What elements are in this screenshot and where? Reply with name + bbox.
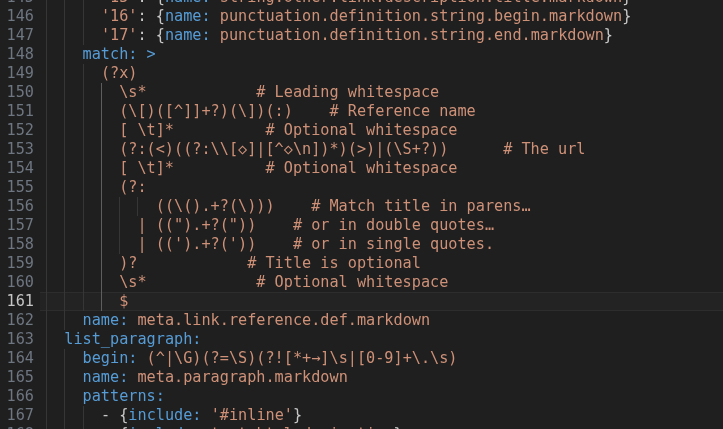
indent-guide <box>83 7 84 26</box>
indent-guide <box>46 102 47 121</box>
indent-guide <box>46 311 47 330</box>
line-number[interactable]: 148 <box>0 45 34 64</box>
token-key: : <box>202 26 211 44</box>
indent-guide <box>83 216 84 235</box>
code-line-content[interactable]: - {include: '#inline'} <box>46 406 723 425</box>
code-line: 149 (?x) <box>0 64 723 83</box>
line-number[interactable]: 151 <box>0 102 34 121</box>
token-key: : <box>119 368 128 386</box>
code-line-content[interactable]: [ \t]* # Optional whitespace <box>46 121 723 140</box>
code-line: 159 )? # Title is optional <box>0 254 723 273</box>
code-line-content[interactable]: $ <box>46 292 723 311</box>
code-line: 151 (\[)([^]]+?)(\])(:) # Reference name <box>0 102 723 121</box>
token-key: : <box>192 406 201 424</box>
indent-guide <box>83 254 84 273</box>
code-line-current: 161 $ <box>0 292 723 311</box>
line-number[interactable]: 153 <box>0 140 34 159</box>
line-number[interactable]: 159 <box>0 254 34 273</box>
indent-guide <box>46 121 47 140</box>
token-key: begin <box>83 349 129 367</box>
line-number[interactable]: 167 <box>0 406 34 425</box>
code-line-content[interactable]: '16': {name: punctuation.definition.stri… <box>46 7 723 26</box>
indent-guide <box>46 159 47 178</box>
indent-guide <box>64 406 65 425</box>
line-number[interactable]: 149 <box>0 64 34 83</box>
code-line: 150 \s* # Leading whitespace <box>0 83 723 102</box>
token-key: patterns <box>83 387 156 405</box>
indent-guide <box>64 102 65 121</box>
line-number[interactable]: 168 <box>0 425 34 429</box>
code-line-content[interactable]: - {include: text.html.derivative} <box>46 425 723 429</box>
code-line-content[interactable]: (?: <box>46 178 723 197</box>
code-line-content[interactable]: '15': {name: string.other.link.descripti… <box>46 0 723 7</box>
code-line: 154 [ \t]* # Optional whitespace <box>0 159 723 178</box>
token-ws <box>211 26 220 44</box>
line-number[interactable]: 163 <box>0 330 34 349</box>
code-line-content[interactable]: \s* # Leading whitespace <box>46 83 723 102</box>
indent-guide-active <box>101 273 102 292</box>
code-line-content[interactable]: \s* # Optional whitespace <box>46 273 723 292</box>
code-line: 156 ((\().+?(\))) # Match title in paren… <box>0 197 723 216</box>
code-line-content[interactable]: begin: (^|\G)(?=\S)(?![*+→]\s|[0-9]+\.\s… <box>46 349 723 368</box>
line-number[interactable]: 164 <box>0 349 34 368</box>
indent-guide <box>46 0 47 7</box>
line-number[interactable]: 157 <box>0 216 34 235</box>
line-number[interactable]: 162 <box>0 311 34 330</box>
token-str: \s* # Leading whitespace <box>119 83 439 101</box>
code-line-content[interactable]: (\[)([^]]+?)(\])(:) # Reference name <box>46 102 723 121</box>
indent-guide-active <box>101 83 102 102</box>
line-number[interactable]: 156 <box>0 197 34 216</box>
token-key: include <box>128 425 192 429</box>
code-line-content[interactable]: patterns: <box>46 387 723 406</box>
token-key: name <box>165 0 202 6</box>
code-line-content[interactable]: name: meta.link.reference.def.markdown <box>46 311 723 330</box>
code-line-content[interactable]: (?:(<)((?:\\[◇]|[^◇\n])*)(>)|(\S+?)) # T… <box>46 140 723 159</box>
line-number[interactable]: 147 <box>0 26 34 45</box>
line-number[interactable]: 150 <box>0 83 34 102</box>
token-punc: { <box>156 26 165 44</box>
token-ws <box>110 406 119 424</box>
line-number[interactable]: 152 <box>0 121 34 140</box>
indent-guide <box>83 292 84 311</box>
code-line-content[interactable]: list_paragraph: <box>46 330 723 349</box>
code-line-content[interactable]: [ \t]* # Optional whitespace <box>46 159 723 178</box>
line-number[interactable]: 158 <box>0 235 34 254</box>
token-ws <box>202 406 211 424</box>
indent-guide <box>83 26 84 45</box>
indent-guide <box>64 7 65 26</box>
indent-guide <box>83 406 84 425</box>
line-number[interactable]: 160 <box>0 273 34 292</box>
token-str: \s* # Optional whitespace <box>119 273 448 291</box>
token-key: name <box>165 26 202 44</box>
line-number[interactable]: 145 <box>0 0 34 7</box>
line-number[interactable]: 154 <box>0 159 34 178</box>
code-line: 157 | ((").+?(")) # or in double quotes… <box>0 216 723 235</box>
line-number[interactable]: 161 <box>0 292 34 311</box>
token-punc: : <box>137 26 146 44</box>
indent-guide <box>64 273 65 292</box>
code-line-content[interactable]: match: > <box>46 45 723 64</box>
code-line-content[interactable]: ((\().+?(\))) # Match title in parens… <box>46 197 723 216</box>
code-line-content[interactable]: (?x) <box>46 64 723 83</box>
code-line-content[interactable]: )? # Title is optional <box>46 254 723 273</box>
indent-guide <box>64 349 65 368</box>
token-str: (?: <box>119 178 146 196</box>
indent-guide <box>64 121 65 140</box>
line-number[interactable]: 166 <box>0 387 34 406</box>
token-ws <box>46 235 137 253</box>
token-str: meta.link.reference.def.markdown <box>137 311 430 329</box>
indent-guide <box>46 64 47 83</box>
line-number[interactable]: 155 <box>0 178 34 197</box>
line-number[interactable]: 146 <box>0 7 34 26</box>
code-line-content[interactable]: name: meta.paragraph.markdown <box>46 368 723 387</box>
token-punc: { <box>119 406 128 424</box>
code-editor[interactable]: 145 '15': {name: string.other.link.descr… <box>0 0 723 429</box>
token-ws <box>137 349 146 367</box>
code-line-content[interactable]: | ((').+?(')) # or in single quotes. <box>46 235 723 254</box>
indent-guide <box>83 64 84 83</box>
code-line: 164 begin: (^|\G)(?=\S)(?![*+→]\s|[0-9]+… <box>0 349 723 368</box>
code-line-content[interactable]: '17': {name: punctuation.definition.stri… <box>46 26 723 45</box>
code-line-content[interactable]: | ((").+?(")) # or in double quotes… <box>46 216 723 235</box>
token-key: include <box>128 406 192 424</box>
line-number[interactable]: 165 <box>0 368 34 387</box>
